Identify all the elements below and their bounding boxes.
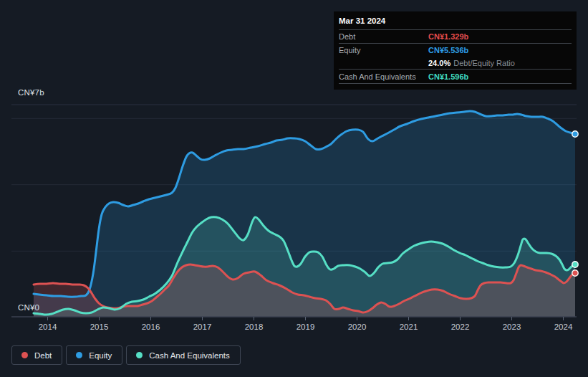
tooltip-debt-label: Debt [339, 32, 428, 41]
debt-legend-dot-icon [21, 352, 28, 358]
x-axis-label-2020: 2020 [348, 323, 367, 331]
x-axis-label-2023: 2023 [503, 323, 521, 331]
x-axis-label-2017: 2017 [193, 323, 212, 331]
x-axis-label-2021: 2021 [400, 323, 418, 331]
tooltip-equity-label: Equity [339, 46, 428, 54]
tooltip-equity-value: CN¥5.536b [428, 46, 468, 54]
y-axis-min-label: CN¥0 [18, 303, 39, 312]
legend-cash-label: Cash And Equivalents [149, 351, 230, 360]
x-axis-label-2018: 2018 [245, 323, 264, 331]
legend-equity-label: Equity [89, 351, 112, 360]
chart-tooltip: Mar 31 2024 Debt CN¥1.329b Equity CN¥5.5… [334, 11, 577, 90]
equity-legend-dot-icon [76, 352, 82, 358]
x-axis-label-2014: 2014 [39, 323, 57, 331]
tooltip-ratio-value: 24.0% [428, 59, 450, 67]
legend-item-equity[interactable]: Equity [66, 345, 122, 365]
x-axis-label-2019: 2019 [297, 323, 315, 331]
legend-debt-label: Debt [34, 351, 52, 360]
tooltip-ratio-label: Debt/Equity Ratio [453, 59, 515, 67]
x-axis-label-2022: 2022 [451, 323, 470, 331]
tooltip-date: Mar 31 2024 [339, 11, 572, 30]
tooltip-debt-row: Debt CN¥1.329b [339, 30, 572, 44]
debt-equity-history-chart: 2014201520162017201820192020202120222023… [0, 0, 588, 377]
equity-endpoint-dot [572, 131, 578, 137]
legend-item-debt[interactable]: Debt [11, 345, 62, 365]
tooltip-ratio-row: 24.0% Debt/Equity Ratio [339, 57, 572, 70]
legend-item-cash[interactable]: Cash And Equivalents [126, 345, 241, 365]
tooltip-cash-row: Cash And Equivalents CN¥1.596b [339, 70, 572, 84]
chart-legend: Debt Equity Cash And Equivalents [11, 345, 241, 365]
cash-legend-dot-icon [136, 352, 143, 358]
debt-endpoint-dot [572, 270, 578, 276]
tooltip-debt-value: CN¥1.329b [428, 32, 468, 41]
x-axis-label-2024: 2024 [554, 323, 573, 331]
cash-endpoint-dot [572, 262, 578, 267]
tooltip-equity-row: Equity CN¥5.536b [339, 44, 572, 57]
tooltip-cash-label: Cash And Equivalents [339, 72, 428, 81]
tooltip-cash-value: CN¥1.596b [428, 72, 468, 81]
y-axis-max-label: CN¥7b [18, 88, 44, 97]
x-axis-label-2015: 2015 [90, 323, 109, 331]
x-axis-label-2016: 2016 [142, 323, 160, 331]
